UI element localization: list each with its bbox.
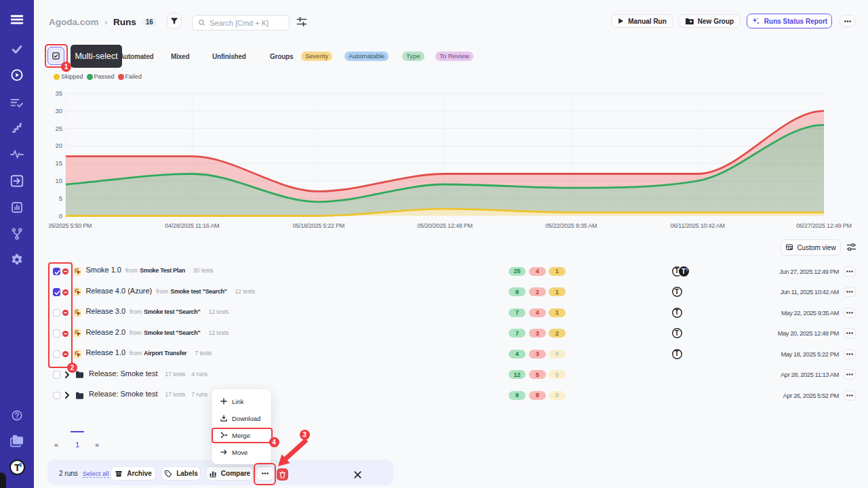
svg-text:5: 5 xyxy=(59,195,62,202)
svg-text:04/26/2025 5:50 PM: 04/26/2025 5:50 PM xyxy=(49,222,92,229)
svg-text:35: 35 xyxy=(55,89,62,97)
svg-text:05/22/2025 9:35 AM: 05/22/2025 9:35 AM xyxy=(545,222,597,229)
svg-text:30: 30 xyxy=(55,107,62,115)
svg-text:20: 20 xyxy=(55,142,62,149)
svg-text:15: 15 xyxy=(55,159,62,167)
svg-text:25: 25 xyxy=(55,125,62,132)
svg-text:0: 0 xyxy=(59,212,62,220)
svg-text:05/18/2025 5:22 PM: 05/18/2025 5:22 PM xyxy=(292,222,344,229)
svg-text:10: 10 xyxy=(55,177,62,184)
svg-text:06/11/2025 10:42 AM: 06/11/2025 10:42 AM xyxy=(671,222,725,229)
svg-text:05/20/2025 12:48 PM: 05/20/2025 12:48 PM xyxy=(417,222,472,229)
svg-text:04/28/2025 11:16 AM: 04/28/2025 11:16 AM xyxy=(165,222,219,229)
svg-text:06/27/2025 12:49 PM: 06/27/2025 12:49 PM xyxy=(796,222,851,229)
